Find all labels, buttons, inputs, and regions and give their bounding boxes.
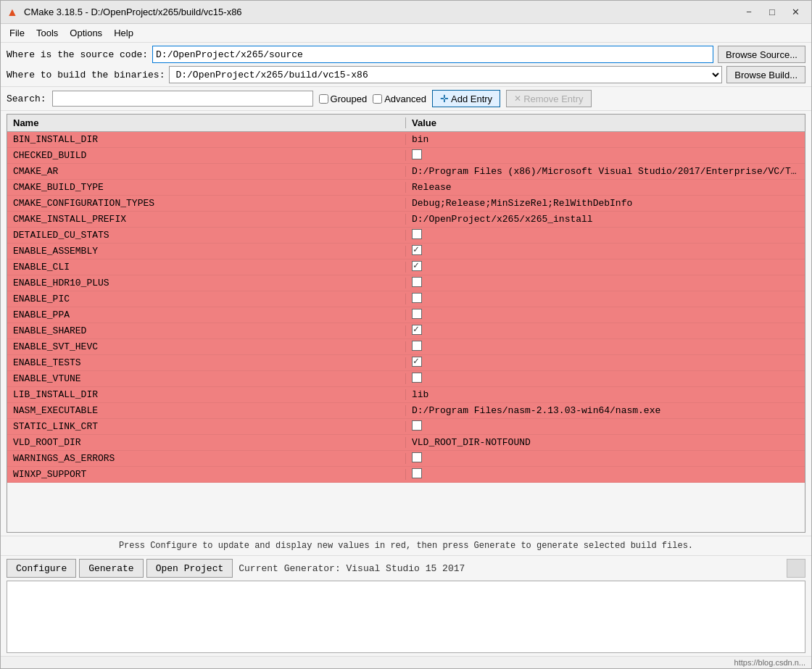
table-cell-name: ENABLE_CLI bbox=[7, 262, 406, 273]
table-cell-name: WARNINGS_AS_ERRORS bbox=[7, 453, 406, 464]
table-row[interactable]: ENABLE_CLI bbox=[7, 259, 805, 275]
table-header: Name Value bbox=[7, 115, 805, 132]
table-row[interactable]: CMAKE_CONFIGURATION_TYPESDebug;Release;M… bbox=[7, 196, 805, 212]
table-cell-name: STATIC_LINK_CRT bbox=[7, 421, 406, 432]
table-cell-value: VLD_ROOT_DIR-NOTFOUND bbox=[406, 437, 805, 448]
table-cell-name: ENABLE_PPA bbox=[7, 309, 406, 320]
table-cell-name: ENABLE_TESTS bbox=[7, 357, 406, 368]
help-bottom-button[interactable] bbox=[787, 559, 805, 578]
menu-file[interactable]: File bbox=[4, 26, 30, 40]
table-row[interactable]: WARNINGS_AS_ERRORS bbox=[7, 451, 805, 467]
table-row[interactable]: NASM_EXECUTABLED:/Program Files/nasm-2.1… bbox=[7, 403, 805, 419]
configure-button[interactable]: Configure bbox=[7, 559, 76, 578]
table-checkbox[interactable] bbox=[412, 325, 422, 335]
table-checkbox[interactable] bbox=[412, 149, 422, 159]
table-row[interactable]: ENABLE_VTUNE bbox=[7, 371, 805, 387]
table-row[interactable]: VLD_ROOT_DIRVLD_ROOT_DIR-NOTFOUND bbox=[7, 435, 805, 451]
table-row[interactable]: WINXP_SUPPORT bbox=[7, 467, 805, 483]
minimize-button[interactable]: − bbox=[739, 4, 759, 20]
table-cell-name: ENABLE_SHARED bbox=[7, 325, 406, 336]
table-cell-name: ENABLE_VTUNE bbox=[7, 373, 406, 384]
menu-tools[interactable]: Tools bbox=[30, 26, 64, 40]
table-checkbox[interactable] bbox=[412, 452, 422, 462]
open-project-button[interactable]: Open Project bbox=[146, 559, 233, 578]
build-select[interactable]: D:/OpenProject/x265/build/vc15-x86 bbox=[169, 66, 722, 83]
table-row[interactable]: CMAKE_BUILD_TYPERelease bbox=[7, 180, 805, 196]
url-bar: https://blog.csdn.n... bbox=[1, 656, 811, 668]
table-cell-name: ENABLE_HDR10_PLUS bbox=[7, 278, 406, 288]
table-row[interactable]: CMAKE_ARD:/Program Files (x86)/Microsoft… bbox=[7, 164, 805, 180]
table-row[interactable]: ENABLE_PIC bbox=[7, 291, 805, 307]
table-row[interactable]: DETAILED_CU_STATS bbox=[7, 228, 805, 244]
table-checkbox[interactable] bbox=[412, 245, 422, 255]
table-cell-name: NASM_EXECUTABLE bbox=[7, 405, 406, 416]
table-checkbox[interactable] bbox=[412, 420, 422, 431]
remove-icon: ✕ bbox=[514, 94, 521, 104]
table-row[interactable]: LIB_INSTALL_DIRlib bbox=[7, 387, 805, 403]
generator-label: Current Generator: Visual Studio 15 2017 bbox=[239, 563, 465, 574]
table-row[interactable]: STATIC_LINK_CRT bbox=[7, 419, 805, 435]
table-cell-name: DETAILED_CU_STATS bbox=[7, 230, 406, 241]
advanced-checkbox[interactable] bbox=[373, 94, 382, 104]
table-row[interactable]: CHECKED_BUILD bbox=[7, 148, 805, 164]
advanced-checkbox-label[interactable]: Advanced bbox=[373, 94, 426, 104]
table-checkbox[interactable] bbox=[412, 309, 422, 319]
table-row[interactable]: ENABLE_TESTS bbox=[7, 355, 805, 371]
table-row[interactable]: ENABLE_SHARED bbox=[7, 323, 805, 339]
table-cell-name: ENABLE_ASSEMBLY bbox=[7, 246, 406, 257]
table-row[interactable]: ENABLE_PPA bbox=[7, 307, 805, 323]
main-window: ▲ CMake 3.18.5 - D:/OpenProject/x265/bui… bbox=[0, 0, 812, 669]
browse-build-button[interactable]: Browse Build... bbox=[726, 66, 805, 83]
table-cell-value bbox=[406, 293, 805, 306]
browse-source-button[interactable]: Browse Source... bbox=[718, 46, 805, 63]
table-checkbox[interactable] bbox=[412, 229, 422, 239]
app-icon: ▲ bbox=[7, 6, 20, 19]
table-cell-name: ENABLE_PIC bbox=[7, 294, 406, 304]
config-table: Name Value BIN_INSTALL_DIRbinCHECKED_BUI… bbox=[7, 114, 805, 533]
table-cell-name: BIN_INSTALL_DIR bbox=[7, 134, 406, 145]
source-input[interactable] bbox=[152, 46, 713, 63]
grouped-checkbox-label[interactable]: Grouped bbox=[319, 94, 368, 104]
table-cell-name: CMAKE_BUILD_TYPE bbox=[7, 182, 406, 193]
table-cell-value: Release bbox=[406, 182, 805, 193]
table-cell-value: D:/Program Files/nasm-2.13.03-win64/nasm… bbox=[406, 405, 805, 416]
url-text: https://blog.csdn.n... bbox=[734, 658, 805, 667]
table-checkbox[interactable] bbox=[412, 261, 422, 271]
remove-entry-button[interactable]: ✕ Remove Entry bbox=[506, 90, 591, 107]
table-cell-name: WINXP_SUPPORT bbox=[7, 469, 406, 480]
table-checkbox[interactable] bbox=[412, 357, 422, 367]
grouped-label: Grouped bbox=[331, 94, 368, 104]
table-row[interactable]: ENABLE_HDR10_PLUS bbox=[7, 275, 805, 291]
table-cell-value: Debug;Release;MinSizeRel;RelWithDebInfo bbox=[406, 198, 805, 209]
table-checkbox[interactable] bbox=[412, 373, 422, 383]
name-header: Name bbox=[7, 117, 406, 128]
table-row[interactable]: BIN_INSTALL_DIRbin bbox=[7, 132, 805, 148]
table-checkbox[interactable] bbox=[412, 468, 422, 478]
table-row[interactable]: ENABLE_SVT_HEVC bbox=[7, 339, 805, 355]
table-cell-name: VLD_ROOT_DIR bbox=[7, 437, 406, 448]
search-input[interactable] bbox=[52, 91, 313, 107]
grouped-checkbox[interactable] bbox=[319, 94, 328, 104]
add-icon: ✛ bbox=[440, 93, 449, 104]
table-cell-value: lib bbox=[406, 389, 805, 400]
status-text: Press Configure to update and display ne… bbox=[119, 541, 693, 551]
table-cell-value bbox=[406, 341, 805, 354]
output-area[interactable] bbox=[7, 581, 805, 653]
table-row[interactable]: CMAKE_INSTALL_PREFIXD:/OpenProject/x265/… bbox=[7, 212, 805, 228]
table-cell-name: CMAKE_INSTALL_PREFIX bbox=[7, 214, 406, 225]
table-cell-value bbox=[406, 325, 805, 338]
menu-options[interactable]: Options bbox=[64, 26, 108, 40]
table-cell-value bbox=[406, 229, 805, 242]
table-cell-value bbox=[406, 357, 805, 370]
close-button[interactable]: ✕ bbox=[785, 4, 805, 20]
menu-help[interactable]: Help bbox=[108, 26, 139, 40]
maximize-button[interactable]: □ bbox=[762, 4, 782, 20]
table-row[interactable]: ENABLE_ASSEMBLY bbox=[7, 244, 805, 259]
table-checkbox[interactable] bbox=[412, 293, 422, 303]
add-entry-button[interactable]: ✛ Add Entry bbox=[432, 90, 500, 107]
generate-button[interactable]: Generate bbox=[79, 559, 143, 578]
table-checkbox[interactable] bbox=[412, 277, 422, 287]
search-bar: Search: Grouped Advanced ✛ Add Entry ✕ R… bbox=[1, 87, 811, 111]
window-controls: − □ ✕ bbox=[739, 4, 805, 20]
table-checkbox[interactable] bbox=[412, 341, 422, 351]
